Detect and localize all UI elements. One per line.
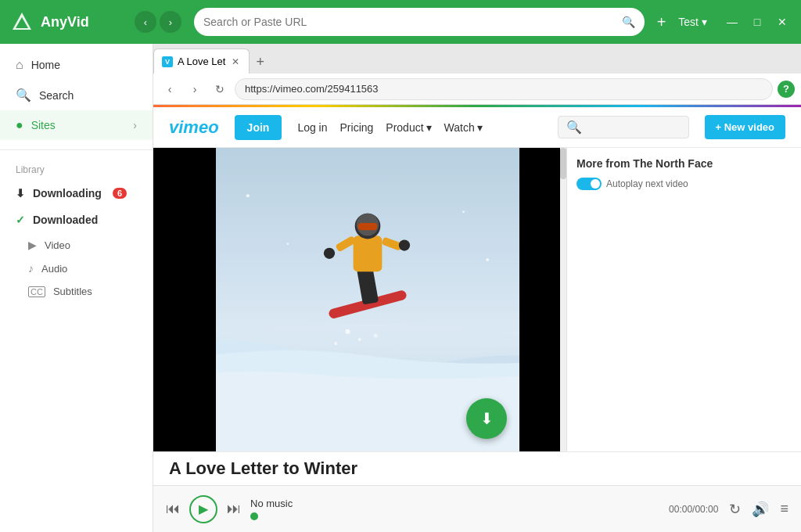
app-name: AnyVid bbox=[41, 14, 89, 31]
search-icon-button[interactable]: 🔍 bbox=[622, 16, 635, 28]
vimeo-pricing-link[interactable]: Pricing bbox=[340, 121, 374, 134]
favicon-letter: V bbox=[165, 58, 170, 66]
downloading-label: Downloading bbox=[33, 187, 102, 200]
vimeo-new-video-button[interactable]: + New video bbox=[705, 115, 786, 139]
player-right: 00:00/00:00 ↻ 🔊 ≡ bbox=[669, 501, 788, 518]
player-bar: ⏮ ▶ ⏭ No music 00:00/00:00 ↻ bbox=[153, 485, 801, 532]
side-panel-title: More from The North Face bbox=[577, 157, 792, 170]
new-tab-button[interactable]: + bbox=[250, 54, 271, 70]
sidebar: ⌂ Home 🔍 Search ● Sites › Library ⬇ Down… bbox=[0, 44, 153, 532]
vimeo-search-icon: 🔍 bbox=[566, 120, 582, 135]
scrollbar-track[interactable] bbox=[560, 148, 566, 451]
window-controls: — □ ✕ bbox=[723, 13, 792, 31]
sidebar-item-downloading[interactable]: ⬇ Downloading 6 bbox=[0, 180, 153, 207]
sidebar-item-home-label: Home bbox=[31, 59, 60, 71]
url-search-input[interactable] bbox=[203, 16, 616, 28]
logo-icon bbox=[9, 9, 34, 34]
sidebar-item-downloaded[interactable]: ✓ Downloaded bbox=[0, 207, 153, 233]
vimeo-product-dropdown-icon: ▾ bbox=[426, 121, 432, 134]
browser-tab[interactable]: V A Love Let ✕ bbox=[153, 49, 250, 74]
video-title-row: A Love Letter to Winter bbox=[153, 451, 801, 485]
back-button[interactable]: ‹ bbox=[135, 11, 156, 33]
sidebar-item-search[interactable]: 🔍 Search bbox=[0, 80, 153, 110]
repeat-button[interactable]: ↻ bbox=[729, 501, 741, 518]
addr-refresh-button[interactable]: ↻ bbox=[210, 79, 230, 99]
vimeo-navbar: vimeo Join Log in Pricing Product ▾ Watc… bbox=[153, 107, 801, 148]
addr-forward-button[interactable]: › bbox=[185, 79, 205, 99]
maximize-button[interactable]: □ bbox=[748, 13, 767, 31]
playlist-icon: ≡ bbox=[780, 501, 788, 516]
user-dropdown-icon: ▾ bbox=[702, 16, 707, 28]
play-pause-button[interactable]: ▶ bbox=[189, 495, 217, 523]
downloaded-check-icon: ✓ bbox=[16, 214, 25, 226]
sidebar-item-home[interactable]: ⌂ Home bbox=[0, 50, 153, 80]
player-info: No music bbox=[250, 498, 659, 520]
add-tab-button[interactable]: + bbox=[651, 13, 673, 31]
help-button[interactable]: ? bbox=[778, 81, 795, 98]
user-name: Test bbox=[678, 16, 699, 28]
vimeo-join-button[interactable]: Join bbox=[235, 115, 282, 140]
video-title: A Love Letter to Winter bbox=[169, 458, 357, 478]
playlist-button[interactable]: ≡ bbox=[780, 501, 788, 517]
svg-point-18 bbox=[399, 239, 410, 250]
subtitles-icon: CC bbox=[28, 286, 45, 297]
browser-area: V A Love Let ✕ + ‹ › ↻ ? vimeo Join bbox=[153, 44, 801, 532]
autoplay-toggle-pill[interactable] bbox=[577, 178, 602, 190]
download-fab-icon: ⬇ bbox=[480, 409, 494, 428]
addr-back-button[interactable]: ‹ bbox=[160, 79, 180, 99]
scrollbar-thumb[interactable] bbox=[560, 148, 566, 179]
sidebar-item-search-label: Search bbox=[39, 89, 74, 102]
minimize-button[interactable]: — bbox=[723, 13, 742, 31]
main-layout: ⌂ Home 🔍 Search ● Sites › Library ⬇ Down… bbox=[0, 44, 801, 532]
download-arrow-icon: ⬇ bbox=[16, 187, 25, 200]
svg-point-24 bbox=[374, 333, 378, 337]
subtitles-label: Subtitles bbox=[53, 286, 92, 297]
autoplay-label: Autoplay next video bbox=[606, 178, 688, 189]
tab-close-button[interactable]: ✕ bbox=[230, 55, 241, 69]
forward-button[interactable]: › bbox=[160, 11, 181, 33]
prev-track-icon: ⏮ bbox=[166, 501, 180, 517]
svg-point-25 bbox=[334, 342, 337, 345]
sidebar-sub-item-video[interactable]: ▶ Video bbox=[13, 233, 153, 257]
sidebar-sub-item-audio[interactable]: ♪ Audio bbox=[13, 257, 153, 280]
next-track-button[interactable]: ⏭ bbox=[227, 501, 241, 517]
video-icon: ▶ bbox=[28, 239, 37, 251]
progress-dot bbox=[250, 512, 258, 520]
vimeo-login-link[interactable]: Log in bbox=[297, 121, 327, 134]
vimeo-watch-link[interactable]: Watch ▾ bbox=[444, 121, 483, 134]
svg-point-29 bbox=[486, 258, 489, 261]
downloading-badge: 6 bbox=[113, 188, 127, 199]
sidebar-sub-item-subtitles[interactable]: CC Subtitles bbox=[13, 280, 153, 303]
autoplay-toggle[interactable]: Autoplay next video bbox=[577, 178, 792, 190]
progress-track[interactable] bbox=[250, 512, 659, 520]
svg-rect-21 bbox=[358, 223, 378, 230]
next-track-icon: ⏭ bbox=[227, 501, 241, 517]
vimeo-product-link[interactable]: Product ▾ bbox=[386, 121, 431, 134]
close-button[interactable]: ✕ bbox=[773, 13, 792, 31]
vimeo-search-input[interactable] bbox=[587, 121, 681, 133]
video-player: ⬇ bbox=[216, 148, 519, 451]
video-content-row: ⬇ More from The North Face Autoplay next… bbox=[153, 148, 801, 451]
vimeo-logo: vimeo bbox=[169, 117, 219, 138]
vimeo-logo-text: vimeo bbox=[169, 117, 219, 137]
vimeo-watch-dropdown-icon: ▾ bbox=[477, 121, 483, 134]
sites-arrow-icon: › bbox=[133, 119, 137, 131]
video-label: Video bbox=[45, 239, 70, 251]
address-input[interactable] bbox=[235, 78, 773, 100]
vimeo-watch-label: Watch bbox=[444, 121, 475, 134]
svg-point-26 bbox=[246, 194, 250, 197]
svg-point-17 bbox=[324, 248, 335, 259]
address-bar: ‹ › ↻ ? bbox=[153, 74, 801, 105]
audio-icon: ♪ bbox=[28, 262, 34, 275]
prev-track-button[interactable]: ⏮ bbox=[166, 501, 180, 517]
vimeo-product-label: Product bbox=[386, 121, 423, 134]
sidebar-item-sites-label: Sites bbox=[31, 119, 56, 131]
sidebar-item-sites[interactable]: ● Sites › bbox=[0, 110, 153, 140]
volume-icon: 🔊 bbox=[752, 501, 769, 517]
svg-rect-14 bbox=[354, 235, 383, 271]
volume-button[interactable]: 🔊 bbox=[752, 501, 769, 518]
user-menu-button[interactable]: Test ▾ bbox=[678, 16, 707, 28]
download-fab-button[interactable]: ⬇ bbox=[466, 398, 507, 439]
sidebar-nav: ⌂ Home 🔍 Search ● Sites › bbox=[0, 44, 153, 146]
svg-point-27 bbox=[462, 210, 465, 213]
